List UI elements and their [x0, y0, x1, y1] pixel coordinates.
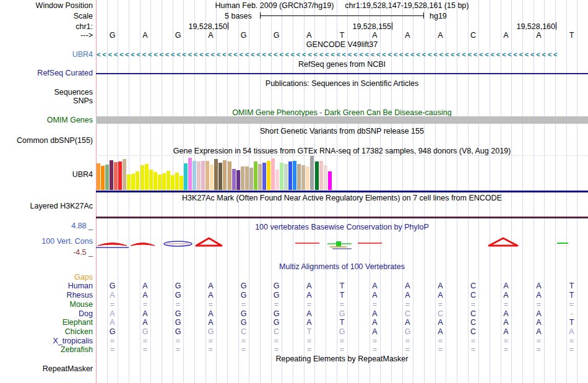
conservation-feature [98, 243, 127, 246]
conservation-feature [336, 241, 341, 246]
conservation-feature [196, 238, 222, 246]
conservation-feature [489, 238, 517, 246]
conservation-feature [131, 243, 155, 246]
phylop-conservation-wiggle[interactable] [0, 0, 588, 383]
genome-browser-image: Window Position Human Feb. 2009 (GRCh37/… [0, 0, 588, 383]
